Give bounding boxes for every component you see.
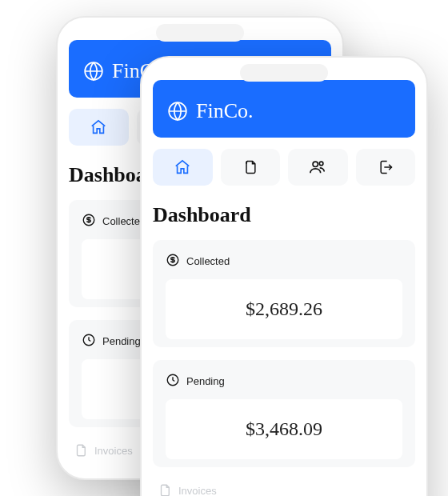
phone-notch <box>240 64 328 82</box>
phone-notch <box>156 24 244 42</box>
amount-value: $3,468.09 <box>174 418 394 440</box>
invoices-icon <box>158 483 172 496</box>
card-label: Pending <box>102 335 141 347</box>
dollar-icon <box>166 253 180 270</box>
clock-icon <box>82 333 96 350</box>
people-icon <box>309 158 326 176</box>
amount-value: $2,689.26 <box>174 298 394 320</box>
nav-home[interactable] <box>69 109 129 146</box>
invoices-icon <box>74 443 88 458</box>
svg-point-6 <box>313 162 318 166</box>
page-title: Dashboard <box>153 203 415 227</box>
globe-icon <box>83 61 104 82</box>
phone-mockup-front: FinCo. Dashboard Collected $2,689.26 <box>140 56 428 496</box>
card-collected: Collected $2,689.26 <box>153 240 415 347</box>
card-pending: Pending $3,468.09 <box>153 360 415 467</box>
card-label: Pending <box>186 375 225 387</box>
card-body: $3,468.09 <box>166 399 402 459</box>
invoices-label: Invoices <box>94 445 133 457</box>
card-header: Pending <box>166 373 402 390</box>
globe-icon <box>167 101 188 122</box>
home-icon <box>90 118 107 136</box>
nav-people[interactable] <box>288 149 348 186</box>
invoices-label: Invoices <box>178 485 217 497</box>
nav-logout[interactable] <box>356 149 416 186</box>
dollar-icon <box>82 213 96 230</box>
home-icon <box>174 158 191 176</box>
clock-icon <box>166 373 180 390</box>
nav-bar <box>153 149 415 186</box>
card-body: $2,689.26 <box>166 279 402 339</box>
document-icon <box>242 159 258 175</box>
card-label: Collected <box>186 255 230 267</box>
card-header: Collected <box>166 253 402 270</box>
logout-icon <box>378 159 394 175</box>
nav-documents[interactable] <box>221 149 281 186</box>
app-header: FinCo. <box>153 80 415 138</box>
brand-name: FinCo. <box>196 99 254 123</box>
svg-point-7 <box>320 162 324 166</box>
invoices-row[interactable]: Invoices <box>153 480 415 496</box>
screen: FinCo. Dashboard Collected $2,689.26 <box>142 58 426 496</box>
nav-home[interactable] <box>153 149 213 186</box>
